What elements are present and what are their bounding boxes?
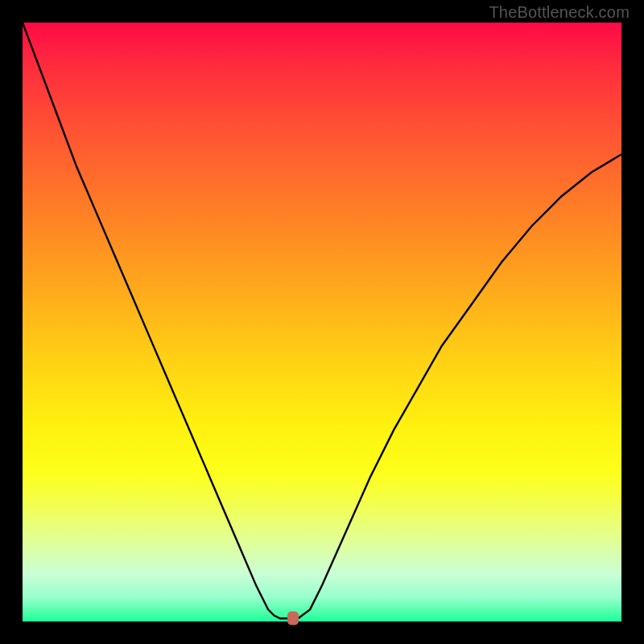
curve-line (23, 23, 621, 618)
bottleneck-marker (287, 611, 299, 625)
watermark-text: TheBottleneck.com (489, 3, 630, 22)
chart-svg (23, 23, 621, 621)
chart-plot-area (23, 23, 621, 621)
